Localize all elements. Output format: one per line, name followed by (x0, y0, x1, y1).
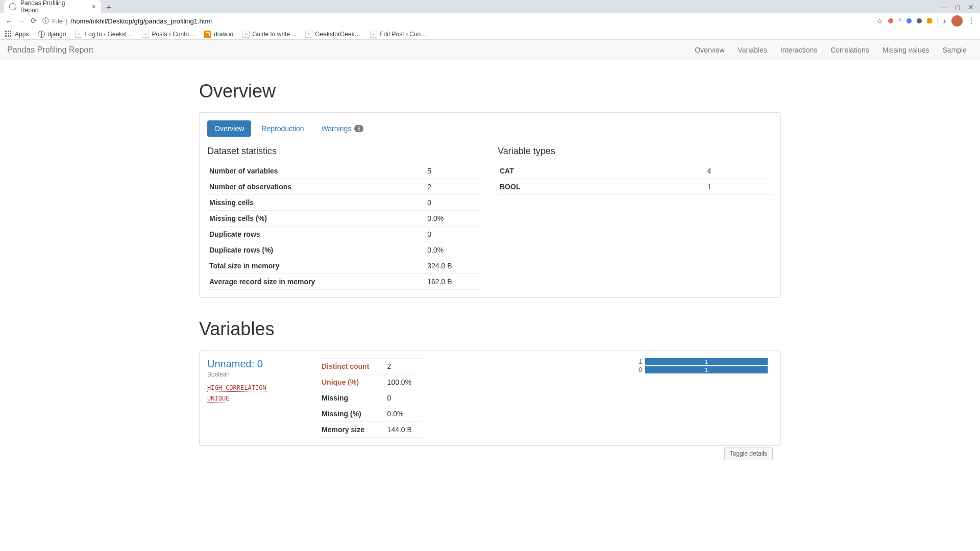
star-icon[interactable]: ☆ (876, 17, 883, 25)
bar-label: 1 (635, 358, 645, 365)
browser-tab[interactable]: Pandas Profiling Report × (4, 0, 101, 13)
variable-name[interactable]: Unnamed: 0 (207, 358, 309, 370)
back-icon[interactable]: ← (5, 17, 13, 26)
nav-link-missing[interactable]: Missing values (876, 41, 936, 59)
tab-warnings-label: Warnings (322, 124, 352, 133)
minimize-icon[interactable]: — (940, 3, 947, 11)
bookmarks-bar: Apps django ∞ Log In ‹ Geeksf… ∞ Posts ‹… (0, 29, 980, 40)
dataset-stats-table: Number of variables5 Number of observati… (207, 163, 482, 290)
stat-value: 2 (425, 179, 482, 195)
globe-icon (38, 31, 45, 38)
overview-columns: Dataset statistics Number of variables5 … (207, 146, 773, 290)
bookmark-label: django (47, 31, 66, 38)
site-icon: ∞ (142, 31, 149, 38)
bookmark-posts-contri[interactable]: ∞ Posts ‹ Contri… (142, 31, 195, 38)
translate-icon[interactable]: ᴬ (898, 17, 901, 25)
bookmark-label: draw.io (214, 31, 233, 38)
bookmark-django[interactable]: django (38, 31, 66, 38)
variables-title: Variables (199, 318, 781, 340)
stat-label: Unique (%) (320, 374, 385, 390)
new-tab-button[interactable]: + (101, 3, 117, 13)
stat-label: Total size in memory (207, 258, 425, 274)
url-path: /home/nikhil/Desktop/gfg/pandas_profilin… (70, 17, 212, 25)
tab-warnings[interactable]: Warnings 8 (314, 120, 371, 137)
warnings-badge: 8 (354, 125, 363, 132)
bar-label: 0 (635, 366, 645, 373)
bookmark-label: GeeksforGeek… (315, 31, 360, 38)
tab-close-icon[interactable]: × (92, 3, 96, 11)
stat-value: 324.0 B (425, 258, 482, 274)
tab-reproduction[interactable]: Reproduction (254, 120, 311, 137)
stat-value: 144.0 B (385, 422, 422, 438)
forward-icon[interactable]: → (18, 17, 26, 26)
stat-value: 0.0% (425, 242, 482, 258)
extension-icon[interactable] (917, 18, 922, 23)
bookmark-drawio[interactable]: draw.io (204, 31, 233, 38)
page-content: Overview Overview Reproduction Warnings … (191, 81, 789, 446)
table-row: Duplicate rows0 (207, 227, 482, 242)
info-icon: ⓘ (42, 16, 49, 26)
window-controls: — ◻ ✕ (940, 0, 980, 11)
maximize-icon[interactable]: ◻ (954, 3, 961, 11)
table-row: Distinct count2 (320, 359, 422, 374)
table-row: BOOL1 (498, 179, 773, 195)
dataset-stats-title: Dataset statistics (207, 146, 482, 157)
table-row: Duplicate rows (%)0.0% (207, 242, 482, 258)
navbar-brand[interactable]: Pandas Profiling Report (7, 45, 93, 55)
site-icon: ∞ (370, 31, 377, 38)
close-window-icon[interactable]: ✕ (968, 3, 974, 11)
bookmark-edit-post[interactable]: ∞ Edit Post ‹ Con… (370, 31, 427, 38)
variable-center: Distinct count2 Unique (%)100.0% Missing… (320, 358, 422, 438)
variable-left: Unnamed: 0 Boolean HIGH CORRELATION UNIQ… (207, 358, 309, 438)
stat-value: 0.0% (425, 211, 482, 227)
bookmark-login-geeks[interactable]: ∞ Log In ‹ Geeksf… (75, 31, 133, 38)
stat-value: 100.0% (385, 374, 422, 390)
stat-label: CAT (498, 163, 705, 179)
extension-icon[interactable] (927, 18, 932, 23)
bookmark-guide-write[interactable]: ∞ Guide to write… (242, 31, 296, 38)
tab-overview[interactable]: Overview (207, 120, 251, 137)
table-row: Missing (%)0.0% (320, 406, 422, 422)
nav-link-variables[interactable]: Variables (732, 41, 773, 59)
bookmark-label: Apps (15, 31, 29, 38)
toolbar-right: ☆ ᴬ ♪ ⋮ (876, 15, 975, 27)
nav-link-correlations[interactable]: Correlations (824, 41, 875, 59)
table-row: Number of variables5 (207, 163, 482, 179)
stat-value: 0.0% (385, 406, 422, 422)
chart-bar-row: 1 1 (635, 358, 768, 365)
variable-types-title: Variable types (498, 146, 773, 157)
stat-label: Duplicate rows (%) (207, 242, 425, 258)
profile-avatar[interactable] (951, 15, 963, 27)
overview-tabs: Overview Reproduction Warnings 8 (207, 120, 773, 137)
bookmark-geeksforgeeks[interactable]: ∞ GeeksforGeek… (305, 31, 360, 38)
stat-label: Duplicate rows (207, 227, 425, 242)
media-icon[interactable]: ♪ (943, 17, 946, 25)
reload-icon[interactable]: ⟳ (31, 16, 37, 26)
apps-grid-icon (5, 31, 12, 38)
url-box[interactable]: ⓘ File | /home/nikhil/Desktop/gfg/pandas… (42, 16, 871, 26)
variable-types-col: Variable types CAT4 BOOL1 (498, 146, 773, 290)
menu-icon[interactable]: ⋮ (968, 17, 975, 25)
extension-icon[interactable] (888, 18, 893, 23)
stat-label: BOOL (498, 179, 705, 195)
nav-link-sample[interactable]: Sample (937, 41, 973, 59)
toggle-details-button[interactable]: Toggle details (724, 447, 773, 460)
stat-value: 5 (425, 163, 482, 179)
nav-link-interactions[interactable]: Interactions (774, 41, 823, 59)
stat-value: 2 (385, 359, 422, 374)
site-icon: ∞ (305, 31, 312, 38)
stat-value: 0 (385, 390, 422, 406)
stat-label: Missing (320, 390, 385, 406)
variable-right: 1 1 0 1 (432, 358, 773, 438)
table-row: Number of observations2 (207, 179, 482, 195)
table-row: CAT4 (498, 163, 773, 179)
variable-bar-chart: 1 1 0 1 (635, 358, 768, 374)
extension-icon[interactable] (906, 18, 912, 23)
bookmark-apps[interactable]: Apps (5, 31, 29, 38)
variable-row: Unnamed: 0 Boolean HIGH CORRELATION UNIQ… (207, 358, 773, 438)
nav-link-overview[interactable]: Overview (689, 41, 730, 59)
table-row: Total size in memory324.0 B (207, 258, 482, 274)
stat-value: 0 (425, 195, 482, 211)
variable-type: Boolean (207, 371, 309, 378)
variable-tag: HIGH CORRELATION (207, 384, 266, 392)
